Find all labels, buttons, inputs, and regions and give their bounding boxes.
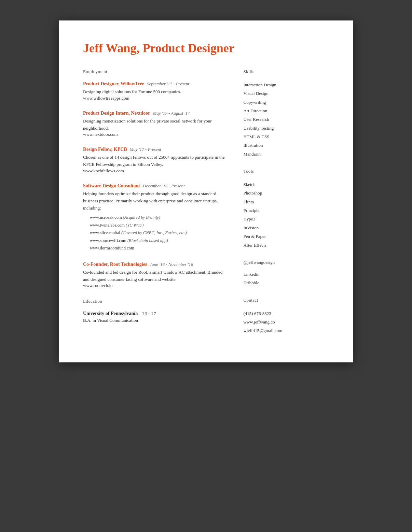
sub-url-note: (Covered by CNBC, Inc., Forbes, etc.) (121, 230, 187, 235)
skill-item: Art Direction (243, 106, 329, 115)
edu-degree: B.A. in Visual Communication (83, 318, 230, 323)
job-entry: Design Fellow, KPCBMay '17 - PresentChos… (83, 146, 230, 174)
sub-url-note: (YC W'17) (126, 223, 143, 228)
education-section: Education University of Pennsylvania '13… (83, 299, 230, 323)
social-item: Linkedin (243, 270, 329, 278)
sub-url: www.usebask.com (Acquired by Brainly) (90, 214, 230, 221)
jobs-container: Product Designer, WillowTreeSeptember '1… (83, 81, 230, 288)
tool-item: Sketch (243, 180, 329, 189)
skill-item: User Research (243, 115, 329, 124)
contact-item: wjeff415@gmail.com (243, 326, 329, 335)
job-description: Designing digital solutions for Fortune … (83, 88, 230, 96)
sub-url: www.slice.capital (Covered by CNBC, Inc.… (90, 229, 230, 237)
resume-body: Employment Product Designer, WillowTreeS… (83, 69, 329, 335)
education-heading: Education (83, 299, 230, 304)
sub-url: www.sourcewifi.com (Blockchain based app… (90, 237, 230, 245)
job-description: Designing monetization solutions for the… (83, 118, 230, 132)
left-column: Employment Product Designer, WillowTreeS… (83, 69, 230, 335)
contact-list: (415) 676-8823www.jeffwang.cowjeff415@gm… (243, 309, 329, 335)
job-title: Product Designer, WillowTree (83, 81, 144, 86)
tool-item: Pen & Paper (243, 232, 329, 241)
job-dates: May '17 - Present (130, 147, 161, 152)
job-title: Product Design Intern, Nextdoor (83, 111, 150, 116)
job-url: www.roottech.io (83, 283, 230, 288)
job-url: www.willowtreeapps.com (83, 96, 230, 101)
edu-dates: '13 - '17 (142, 311, 156, 316)
skill-item: Visual Design (243, 89, 329, 98)
contact-heading: Contact (243, 298, 329, 303)
job-dates: May '17 - August '17 (153, 111, 190, 116)
contact-item: www.jeffwang.co (243, 318, 329, 326)
skill-item: Usability Testing (243, 124, 329, 132)
skill-item: Copywriting (243, 98, 329, 106)
job-url: www.kpcbfellows.com (83, 168, 230, 174)
job-title: Software Design Consultant (83, 183, 140, 188)
job-entry: Co-Founder, Root TechnologiesJune '16 - … (83, 261, 230, 289)
right-column: Skills Interaction DesignVisual DesignCo… (243, 69, 329, 335)
tool-item: Hype3 (243, 215, 329, 223)
job-description: Helping founders optimize their product … (83, 190, 230, 212)
tool-item: InVision (243, 224, 329, 232)
job-dates: June '16 - November '16 (150, 262, 193, 267)
sub-url: www.twinelabs.com (YC W'17) (90, 221, 230, 229)
contact-item: (415) 676-8823 (243, 309, 329, 318)
contact-section: Contact (415) 676-8823www.jeffwang.cowje… (243, 298, 329, 335)
social-item: Dribbble (243, 278, 329, 287)
job-entry: Product Designer, WillowTreeSeptember '1… (83, 81, 230, 101)
skill-item: HTML & CSS (243, 132, 329, 141)
sub-url-note: (Blockchain based app) (127, 238, 168, 243)
skill-item: Mandarin (243, 150, 329, 158)
job-entry: Software Design ConsultantDecember '16 -… (83, 183, 230, 252)
job-description: Co-founded and led design for Root, a sm… (83, 269, 230, 283)
resume-title: Jeff Wang, Product Designer (83, 41, 329, 55)
tool-item: After Effects (243, 241, 329, 249)
skills-heading: Skills (243, 69, 329, 74)
tool-item: Flinto (243, 198, 329, 206)
sub-urls: www.usebask.com (Acquired by Brainly)www… (83, 214, 230, 252)
job-title: Design Fellow, KPCB (83, 147, 127, 152)
job-entry: Product Design Intern, NextdoorMay '17 -… (83, 110, 230, 138)
job-url: www.nextdoor.com (83, 132, 230, 137)
sub-url: www.dormroomfund.com (90, 244, 230, 252)
resume-page: Jeff Wang, Product Designer Employment P… (59, 20, 353, 362)
education-entry: University of Pennsylvania '13 - '17 B.A… (83, 310, 230, 323)
tools-section: Tools SketchPhotoshopFlintoPrincipleHype… (243, 169, 329, 249)
job-description: Chosen as one of 14 design fellows out o… (83, 154, 230, 168)
skill-item: Illustration (243, 141, 329, 149)
skill-item: Interaction Design (243, 81, 329, 89)
tools-list: SketchPhotoshopFlintoPrincipleHype3InVis… (243, 180, 329, 249)
sub-url-note: (Acquired by Brainly) (123, 215, 160, 220)
job-title: Co-Founder, Root Technologies (83, 262, 147, 267)
skills-list: Interaction DesignVisual DesignCopywriti… (243, 81, 329, 158)
social-heading: @jeffwangdesign (243, 260, 329, 265)
edu-school: University of Pennsylvania (83, 311, 138, 316)
job-dates: September '17 - Present (147, 81, 189, 86)
tool-item: Principle (243, 206, 329, 215)
tool-item: Photoshop (243, 189, 329, 197)
social-list: LinkedinDribbble (243, 270, 329, 287)
job-dates: December '16 - Present (143, 183, 185, 188)
employment-heading: Employment (83, 69, 230, 74)
tools-heading: Tools (243, 169, 329, 174)
